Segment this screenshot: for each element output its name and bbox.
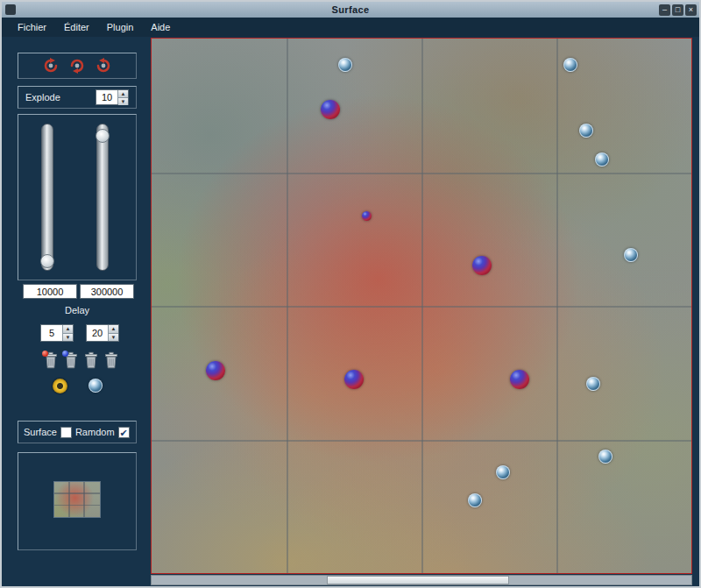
surface-checkbox[interactable] xyxy=(60,427,72,438)
random-checkbox-label: Ramdom xyxy=(75,427,115,437)
delay2-down-arrow[interactable]: ▼ xyxy=(109,333,118,342)
random-checkbox[interactable]: ✔ xyxy=(118,427,130,438)
trash-icon[interactable] xyxy=(103,351,120,370)
trash-icon[interactable] xyxy=(82,351,100,370)
delay2-up-arrow[interactable]: ▲ xyxy=(109,325,118,333)
blue-sphere[interactable] xyxy=(496,465,510,479)
titlebar: Surface – □ × xyxy=(2,2,699,18)
explode-group: Explode ▲ ▼ xyxy=(18,86,137,109)
trash-blue-icon[interactable] xyxy=(62,351,80,370)
trash-toolbar xyxy=(42,351,120,370)
explode-down-arrow[interactable]: ▼ xyxy=(118,97,128,105)
red-ball-icon xyxy=(42,351,48,357)
yellow-ring-button[interactable] xyxy=(53,379,67,393)
value-field-left[interactable] xyxy=(23,284,77,299)
red-sphere[interactable] xyxy=(321,100,340,119)
blue-sphere[interactable] xyxy=(338,58,352,72)
delay-spinbox-1[interactable]: ▲ ▼ xyxy=(40,324,74,342)
blue-sphere[interactable] xyxy=(468,493,482,507)
preview-group xyxy=(18,452,137,550)
main-content: Explode ▲ ▼ Delay ▲ xyxy=(2,37,699,586)
rotate-ccw-icon[interactable] xyxy=(42,57,60,74)
menubar: Fichier Éditer Plugin Aide xyxy=(2,18,699,37)
app-window: Surface – □ × Fichier Éditer Plugin Aide xyxy=(0,0,701,588)
delay1-down-arrow[interactable]: ▼ xyxy=(63,333,73,342)
blue-sphere[interactable] xyxy=(624,248,638,262)
blue-sphere[interactable] xyxy=(598,450,612,464)
slider-right-knob[interactable] xyxy=(96,129,110,143)
delay-input-1[interactable] xyxy=(41,325,62,341)
rotate-cw-icon[interactable] xyxy=(95,57,112,74)
blue-sphere[interactable] xyxy=(579,124,593,138)
explode-label: Explode xyxy=(25,92,60,103)
menu-fichier[interactable]: Fichier xyxy=(9,19,55,35)
explode-input[interactable] xyxy=(96,90,117,104)
slider-right[interactable] xyxy=(96,124,109,271)
sphere-layer xyxy=(152,39,691,573)
delay-spinbox-2[interactable]: ▲ ▼ xyxy=(86,324,119,342)
blue-ball-icon xyxy=(62,351,68,357)
delay1-up-arrow[interactable]: ▲ xyxy=(63,325,73,333)
delay-label: Delay xyxy=(18,305,137,315)
surface-canvas[interactable] xyxy=(151,38,692,574)
trash-red-icon[interactable] xyxy=(42,351,60,370)
red-sphere[interactable] xyxy=(206,361,225,380)
hscroll-thumb[interactable] xyxy=(327,576,509,584)
minimize-button[interactable]: – xyxy=(659,4,670,16)
sliders-group xyxy=(18,114,137,280)
options-group: Surface Ramdom ✔ xyxy=(18,421,137,443)
rotate-toolbar xyxy=(18,53,137,79)
blue-sphere[interactable] xyxy=(595,152,609,166)
explode-spinbox[interactable]: ▲ ▼ xyxy=(96,89,129,105)
blue-sphere-button[interactable] xyxy=(89,379,103,393)
window-title: Surface xyxy=(2,4,699,15)
surface-preview-thumbnail[interactable] xyxy=(53,481,101,518)
menu-aide[interactable]: Aide xyxy=(142,19,179,35)
value-field-right[interactable] xyxy=(80,284,134,299)
delay-input-2[interactable] xyxy=(87,325,108,341)
explode-up-arrow[interactable]: ▲ xyxy=(118,90,128,97)
rotate-center-icon[interactable] xyxy=(68,57,86,74)
blue-sphere[interactable] xyxy=(586,377,600,391)
red-sphere[interactable] xyxy=(510,370,529,389)
red-sphere[interactable] xyxy=(344,370,364,389)
blue-sphere[interactable] xyxy=(563,58,577,72)
maximize-button[interactable]: □ xyxy=(672,4,683,16)
surface-checkbox-label: Surface xyxy=(24,427,57,437)
horizontal-scrollbar[interactable] xyxy=(151,575,692,585)
slider-left[interactable] xyxy=(41,124,53,271)
slider-left-knob[interactable] xyxy=(40,254,54,268)
close-button[interactable]: × xyxy=(685,4,697,16)
red-sphere[interactable] xyxy=(472,256,492,275)
red-sphere[interactable] xyxy=(362,211,372,221)
menu-plugin[interactable]: Plugin xyxy=(98,19,143,35)
menu-editer[interactable]: Éditer xyxy=(55,19,98,35)
